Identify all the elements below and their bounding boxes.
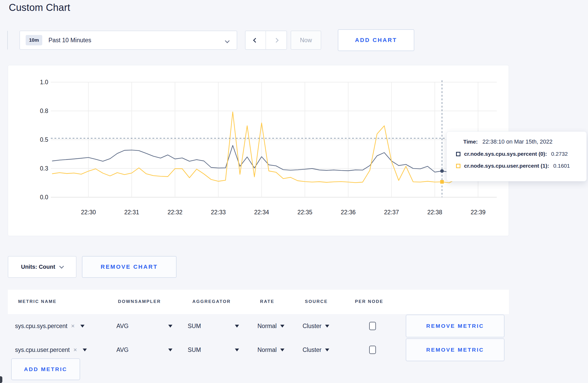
dropdown-caret-icon xyxy=(325,349,329,351)
screen-corner-artifact xyxy=(0,376,2,383)
remove-metric-button[interactable]: REMOVE METRIC xyxy=(406,338,505,361)
column-header: METRIC NAME xyxy=(18,299,57,304)
dropdown-caret-icon xyxy=(168,349,172,351)
column-header: PER NODE xyxy=(355,299,383,304)
dropdown-caret-icon xyxy=(235,325,239,328)
step-forward-button[interactable] xyxy=(266,31,286,49)
y-axis-tick-label: 1.0 xyxy=(40,79,48,86)
series-swatch-icon xyxy=(456,164,460,168)
time-range-label: Past 10 Minutes xyxy=(48,37,91,44)
metric-name-select[interactable]: sys.cpu.sys.percent × xyxy=(15,314,85,338)
source-select[interactable]: Cluster xyxy=(303,338,329,362)
tooltip-series-value: 0.1601 xyxy=(553,163,570,169)
aggregator-value: SUM xyxy=(188,323,201,330)
dropdown-caret-icon xyxy=(80,325,85,328)
downsampler-select[interactable]: AVG xyxy=(116,314,172,338)
source-value: Cluster xyxy=(303,346,321,353)
time-range-select[interactable]: 10m Past 10 Minutes xyxy=(19,31,237,50)
x-axis-tick-label: 22:37 xyxy=(384,209,399,216)
chevron-down-icon xyxy=(225,38,229,43)
series-swatch-icon xyxy=(456,152,460,156)
aggregator-value: SUM xyxy=(188,346,201,353)
hover-marker-user xyxy=(440,180,444,184)
column-header: DOWNSAMPLER xyxy=(118,299,161,304)
chevron-down-icon xyxy=(59,264,64,268)
x-axis-tick-label: 22:35 xyxy=(297,209,312,216)
x-axis-tick-label: 22:30 xyxy=(81,209,96,216)
x-axis-tick-label: 22:38 xyxy=(427,209,442,216)
table-row: sys.cpu.sys.percent × AVG SUM Normal Clu… xyxy=(0,314,588,338)
step-back-button[interactable] xyxy=(246,31,266,49)
x-axis-tick-label: 22:33 xyxy=(211,209,226,216)
custom-chart-page: Custom Chart 10m Past 10 Minutes Now ADD… xyxy=(0,0,588,383)
add-chart-button[interactable]: ADD CHART xyxy=(338,29,414,51)
units-select[interactable]: Units: Count xyxy=(8,256,76,278)
units-label: Units: Count xyxy=(21,264,55,270)
source-value: Cluster xyxy=(303,323,321,330)
dropdown-caret-icon xyxy=(168,325,172,328)
toolbar-divider xyxy=(7,31,8,49)
remove-chart-button[interactable]: REMOVE CHART xyxy=(82,256,177,278)
rate-select[interactable]: Normal xyxy=(257,338,284,362)
remove-metric-button[interactable]: REMOVE METRIC xyxy=(406,315,505,337)
column-header: AGGREGATOR xyxy=(192,299,231,304)
downsampler-value: AVG xyxy=(116,323,129,330)
dropdown-caret-icon xyxy=(235,349,239,351)
chart-card: 0.00.30.50.81.022:3022:3122:3222:3322:34… xyxy=(8,65,509,236)
per-node-checkbox[interactable] xyxy=(369,322,376,330)
rate-value: Normal xyxy=(257,323,277,330)
add-metric-button[interactable]: ADD METRIC xyxy=(11,358,80,380)
x-axis-tick-label: 22:34 xyxy=(254,209,269,216)
series-line xyxy=(52,145,493,172)
tooltip-time-label: Time: xyxy=(463,139,478,145)
dropdown-caret-icon xyxy=(280,349,284,351)
source-select[interactable]: Cluster xyxy=(303,314,329,338)
column-header: SOURCE xyxy=(305,299,328,304)
clear-metric-icon[interactable]: × xyxy=(71,322,75,330)
tooltip-series-name: cr.node.sys.cpu.user.percent (1): xyxy=(464,163,549,169)
chevron-left-icon xyxy=(253,38,258,42)
tooltip-series-value: 0.2732 xyxy=(551,151,568,157)
downsampler-value: AVG xyxy=(116,346,129,353)
tooltip-series-row: cr.node.sys.cpu.user.percent (1):0.1601 xyxy=(456,163,579,169)
aggregator-select[interactable]: SUM xyxy=(188,338,239,362)
y-axis-tick-label: 0.0 xyxy=(40,194,48,201)
x-axis-tick-label: 22:32 xyxy=(167,209,183,216)
tooltip-series-name: cr.node.sys.cpu.sys.percent (0): xyxy=(464,151,547,157)
table-row: sys.cpu.user.percent × AVG SUM Normal Cl… xyxy=(0,338,588,362)
chart-hover-tooltip: Time: 22:38:10 on Mar 15th, 2022 cr.node… xyxy=(446,131,587,181)
y-axis-tick-label: 0.8 xyxy=(40,108,48,114)
tooltip-time-value: 22:38:10 on Mar 15th, 2022 xyxy=(482,138,552,145)
dropdown-caret-icon xyxy=(83,349,87,351)
time-step-buttons xyxy=(245,31,287,50)
downsampler-select[interactable]: AVG xyxy=(116,338,172,362)
y-axis-tick-label: 0.3 xyxy=(40,165,48,172)
chevron-right-icon xyxy=(274,38,278,42)
rate-select[interactable]: Normal xyxy=(257,314,284,338)
timeseries-chart[interactable]: 0.00.30.50.81.022:3022:3122:3222:3322:34… xyxy=(8,65,509,236)
time-range-badge: 10m xyxy=(26,35,42,45)
column-header: RATE xyxy=(260,299,274,304)
metric-table-header: METRIC NAMEDOWNSAMPLERAGGREGATORRATESOUR… xyxy=(8,290,509,314)
page-title: Custom Chart xyxy=(9,2,70,13)
tooltip-series-row: cr.node.sys.cpu.sys.percent (0):0.2732 xyxy=(456,151,579,157)
per-node-checkbox[interactable] xyxy=(369,346,376,354)
metric-name-value: sys.cpu.sys.percent xyxy=(15,323,67,330)
now-button[interactable]: Now xyxy=(291,31,321,50)
x-axis-tick-label: 22:31 xyxy=(124,209,139,216)
rate-value: Normal xyxy=(257,346,277,353)
dropdown-caret-icon xyxy=(325,325,329,328)
y-axis-tick-label: 0.5 xyxy=(40,136,48,143)
dropdown-caret-icon xyxy=(280,325,284,328)
aggregator-select[interactable]: SUM xyxy=(188,314,239,338)
series-line xyxy=(52,112,493,183)
hover-marker-sys xyxy=(440,169,444,173)
x-axis-tick-label: 22:39 xyxy=(471,209,486,216)
clear-metric-icon[interactable]: × xyxy=(73,346,77,353)
metric-name-value: sys.cpu.user.percent xyxy=(15,346,70,353)
x-axis-tick-label: 22:36 xyxy=(341,209,356,216)
